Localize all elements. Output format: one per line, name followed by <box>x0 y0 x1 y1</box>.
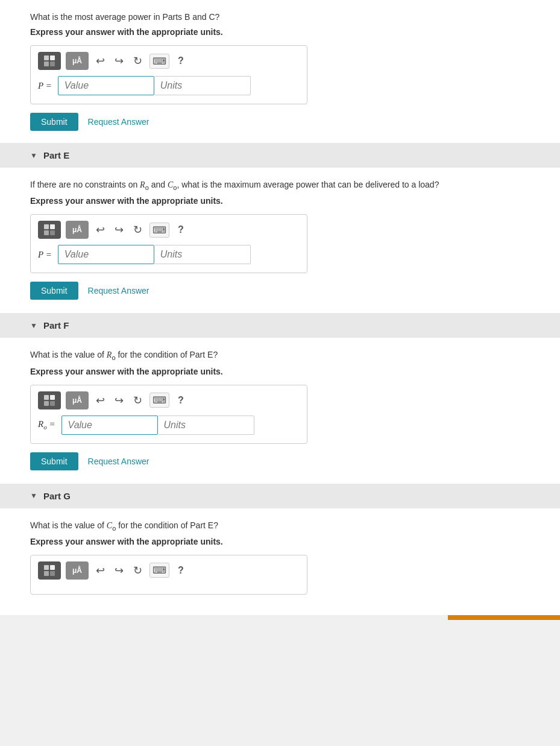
part-g-refresh-icon[interactable]: ↻ <box>131 564 145 577</box>
part-e-units-input[interactable] <box>154 245 251 264</box>
svg-rect-11 <box>50 401 55 406</box>
part-e-question: If there are no constraints on Ro and Co… <box>30 179 530 192</box>
top-help-icon[interactable]: ? <box>174 54 187 68</box>
top-toolbar: μÅ ↩ ↪ ↻ ⌨ ? <box>38 52 300 70</box>
part-g-redo-icon[interactable]: ↪ <box>112 564 126 577</box>
part-g-mu-button[interactable]: μÅ <box>66 561 89 580</box>
top-undo-icon[interactable]: ↩ <box>93 54 107 68</box>
top-question-text: What is the most average power in Parts … <box>30 11 530 24</box>
svg-rect-0 <box>44 55 49 60</box>
part-f-keyboard-icon[interactable]: ⌨ <box>149 393 169 408</box>
top-keyboard-icon[interactable]: ⌨ <box>149 54 169 69</box>
svg-rect-5 <box>50 224 55 229</box>
part-f-refresh-icon[interactable]: ↻ <box>131 394 145 407</box>
part-f-q-text2: for the condition of Part E? <box>116 350 218 359</box>
part-g-chevron[interactable]: ▼ <box>30 492 37 500</box>
part-g-toolbar: μÅ ↩ ↪ ↻ ⌨ ? <box>38 561 300 580</box>
part-e-grid-button[interactable] <box>38 221 61 239</box>
part-f-submit-button[interactable]: Submit <box>30 452 78 470</box>
part-e-refresh-icon[interactable]: ↻ <box>131 223 145 236</box>
part-f-undo-icon[interactable]: ↩ <box>93 394 107 407</box>
part-f-toolbar: μÅ ↩ ↪ ↻ ⌨ ? <box>38 391 300 409</box>
part-e-var2: C <box>168 180 173 189</box>
top-instruction: Express your answer with the appropriate… <box>30 27 530 37</box>
page-wrapper: What is the most average power in Parts … <box>0 0 560 620</box>
top-grid-button[interactable] <box>38 52 61 70</box>
part-f-mu-button[interactable]: μÅ <box>66 391 89 409</box>
part-e-redo-icon[interactable]: ↪ <box>112 223 126 236</box>
part-f-answer-box: μÅ ↩ ↪ ↻ ⌨ ? Ro = <box>30 385 307 444</box>
part-e-submit-button[interactable]: Submit <box>30 282 78 300</box>
part-f-request-link[interactable]: Request Answer <box>88 457 149 466</box>
part-e-var1: R <box>140 180 145 189</box>
top-redo-icon[interactable]: ↪ <box>112 54 126 68</box>
part-g-undo-icon[interactable]: ↩ <box>93 564 107 577</box>
part-f-equation-label: Ro = <box>38 419 55 431</box>
part-g-instruction: Express your answer with the appropriate… <box>30 537 530 546</box>
part-e-q-text1: If there are no constraints on <box>30 180 140 189</box>
svg-rect-13 <box>50 565 55 570</box>
top-submit-button[interactable]: Submit <box>30 113 78 131</box>
part-g-keyboard-icon[interactable]: ⌨ <box>149 563 169 578</box>
svg-rect-9 <box>50 395 55 400</box>
svg-rect-2 <box>44 62 49 66</box>
svg-rect-15 <box>50 571 55 576</box>
part-g-grid-button[interactable] <box>38 561 61 580</box>
part-f-help-icon[interactable]: ? <box>174 394 187 407</box>
top-input-row: P = <box>38 76 300 95</box>
part-g-answer-box: μÅ ↩ ↪ ↻ ⌨ ? <box>30 555 307 595</box>
top-request-link[interactable]: Request Answer <box>88 117 149 127</box>
svg-rect-8 <box>44 395 49 400</box>
part-e-answer-box: μÅ ↩ ↪ ↻ ⌨ ? P = <box>30 214 307 273</box>
svg-rect-7 <box>50 230 55 235</box>
part-e-chevron[interactable]: ▼ <box>30 151 37 160</box>
part-g-body: What is the value of Co for the conditio… <box>0 508 560 609</box>
part-f-question: What is the value of Ro for the conditio… <box>30 349 530 362</box>
part-e-q-text2: and <box>149 180 168 189</box>
part-g-question: What is the value of Co for the conditio… <box>30 519 530 533</box>
part-g-q-text1: What is the value of <box>30 520 107 530</box>
part-f-chevron[interactable]: ▼ <box>30 321 37 330</box>
part-f-input-row: Ro = <box>38 416 300 435</box>
svg-rect-6 <box>44 230 49 235</box>
svg-rect-14 <box>44 571 49 576</box>
part-g-header: ▼ Part G <box>0 484 560 508</box>
part-e-keyboard-icon[interactable]: ⌨ <box>149 223 169 238</box>
top-units-input[interactable] <box>154 76 251 95</box>
part-e-request-link[interactable]: Request Answer <box>88 286 149 296</box>
part-f-value-input[interactable] <box>61 416 158 435</box>
part-g-q-text2: for the condition of Part E? <box>116 520 218 530</box>
part-e-q-text3: , what is the maximum average power that… <box>177 180 439 189</box>
part-f-q-text1: What is the value of <box>30 350 107 359</box>
top-answer-box: μÅ ↩ ↪ ↻ ⌨ ? P = <box>30 45 307 104</box>
part-f-header: ▼ Part F <box>0 313 560 338</box>
top-value-input[interactable] <box>58 76 154 95</box>
part-e-mu-button[interactable]: μÅ <box>66 221 89 239</box>
part-e-instruction: Express your answer with the appropriate… <box>30 196 530 206</box>
top-refresh-icon[interactable]: ↻ <box>131 54 145 68</box>
part-f-instruction: Express your answer with the appropriate… <box>30 367 530 376</box>
part-f-units-input[interactable] <box>158 416 254 435</box>
part-g-var1: C <box>107 521 112 530</box>
part-f-title: Part F <box>43 320 69 330</box>
part-f-redo-icon[interactable]: ↪ <box>112 394 126 407</box>
top-mu-button[interactable]: μÅ <box>66 52 89 70</box>
top-section: What is the most average power in Parts … <box>0 0 560 143</box>
part-g-title: Part G <box>43 491 71 501</box>
top-action-row: Submit Request Answer <box>30 113 530 131</box>
svg-rect-10 <box>44 401 49 406</box>
svg-rect-12 <box>44 565 49 570</box>
svg-rect-1 <box>50 55 55 60</box>
part-e-help-icon[interactable]: ? <box>174 223 187 236</box>
part-f-grid-button[interactable] <box>38 391 61 409</box>
part-e-action-row: Submit Request Answer <box>30 282 530 300</box>
svg-rect-3 <box>50 62 55 66</box>
part-e-undo-icon[interactable]: ↩ <box>93 223 107 236</box>
part-e-value-input[interactable] <box>58 245 154 264</box>
bottom-bar <box>0 615 560 620</box>
part-g-help-icon[interactable]: ? <box>174 564 187 577</box>
svg-rect-4 <box>44 224 49 229</box>
part-f-action-row: Submit Request Answer <box>30 452 530 470</box>
part-f-body: What is the value of Ro for the conditio… <box>0 338 560 483</box>
part-e-input-row: P = <box>38 245 300 264</box>
